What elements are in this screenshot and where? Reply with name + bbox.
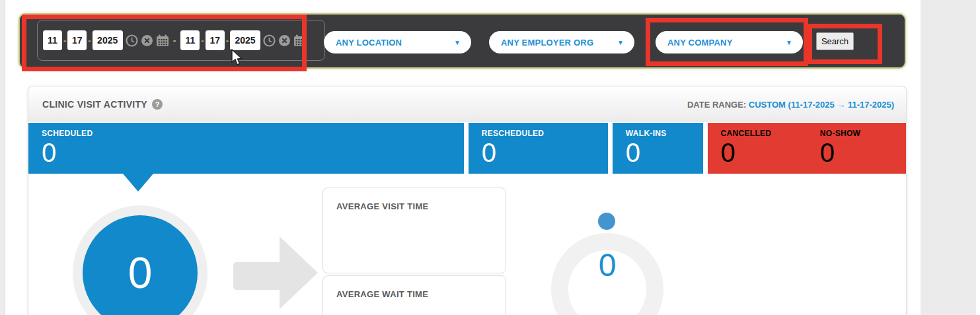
panel-header: CLINIC VISIT ACTIVITY ? DATE RANGE: CUST… [28, 87, 906, 122]
start-month-input[interactable] [43, 30, 62, 50]
stat-walkins: WALK-INS 0 [613, 123, 703, 174]
end-year-input[interactable] [230, 30, 260, 50]
chevron-down-icon: ▼ [454, 39, 461, 46]
start-year-input[interactable] [93, 30, 123, 50]
chevron-down-icon: ▼ [786, 39, 792, 46]
start-calendar-icon[interactable] [156, 34, 169, 47]
date-dash: - [226, 36, 229, 46]
search-button[interactable]: Search [816, 32, 854, 50]
stat-noshow-value: 0 [820, 139, 906, 166]
average-visit-time-box: AVERAGE VISIT TIME [322, 188, 506, 273]
date-dash: - [63, 36, 66, 46]
end-calendar-icon[interactable] [293, 34, 306, 47]
gauge-progress-dot [598, 213, 615, 230]
stat-scheduled-value: 0 [42, 139, 464, 166]
end-clear-icon[interactable] [278, 34, 291, 47]
panel-title: CLINIC VISIT ACTIVITY [42, 99, 147, 110]
scheduled-pointer-triangle [123, 174, 153, 192]
location-dropdown-label: ANY LOCATION [336, 38, 402, 48]
chevron-down-icon: ▼ [617, 39, 624, 46]
stat-cancelled-noshow-group: CANCELLED 0 NO-SHOW 0 [708, 123, 906, 174]
stat-rescheduled-value: 0 [482, 139, 608, 166]
gauge-value: 0 [551, 247, 663, 283]
stat-walkins-value: 0 [626, 139, 703, 166]
end-time-clock-icon[interactable] [263, 34, 276, 47]
filter-toolbar: - - - - - ANY LOCATION ▼ ANY [19, 13, 906, 69]
stat-scheduled: SCHEDULED 0 [28, 123, 464, 174]
page-left-gutter [0, 0, 5, 315]
stat-noshow: NO-SHOW 0 [807, 123, 906, 174]
stat-rescheduled: RESCHEDULED 0 [469, 123, 608, 174]
employer-org-dropdown[interactable]: ANY EMPLOYER ORG ▼ [489, 31, 634, 53]
stat-walkins-label: WALK-INS [626, 129, 703, 138]
stat-cancelled: CANCELLED 0 [708, 123, 807, 174]
clinic-visit-activity-panel: CLINIC VISIT ACTIVITY ? DATE RANGE: CUST… [28, 86, 907, 315]
start-time-clock-icon[interactable] [126, 34, 138, 47]
page-right-gutter [921, 0, 976, 315]
company-dropdown-label: ANY COMPANY [667, 38, 733, 48]
start-day-input[interactable] [67, 30, 87, 50]
end-day-input[interactable] [206, 30, 225, 50]
date-range-label: DATE RANGE: [687, 100, 746, 110]
company-dropdown[interactable]: ANY COMPANY ▼ [656, 31, 803, 53]
location-dropdown[interactable]: ANY LOCATION ▼ [324, 31, 471, 53]
range-separator: - [173, 35, 176, 46]
start-clear-icon[interactable] [141, 34, 153, 47]
date-dash: - [201, 36, 204, 46]
date-range-value-link[interactable]: CUSTOM (11-17-2025 → 11-17-2025) [749, 100, 894, 110]
average-wait-time-label: AVERAGE WAIT TIME [336, 289, 492, 299]
flow-arrow-head-icon [280, 236, 318, 309]
stat-scheduled-label: SCHEDULED [42, 129, 464, 138]
date-range-group: - - - - - [37, 20, 325, 61]
stat-noshow-label: NO-SHOW [820, 129, 906, 138]
help-icon[interactable]: ? [152, 99, 163, 110]
stat-cancelled-value: 0 [721, 139, 807, 166]
date-dash: - [88, 36, 91, 46]
stat-cancelled-label: CANCELLED [721, 129, 807, 138]
stat-rescheduled-label: RESCHEDULED [482, 129, 608, 138]
average-wait-time-box: AVERAGE WAIT TIME [322, 275, 506, 315]
average-visit-time-label: AVERAGE VISIT TIME [336, 201, 492, 211]
end-month-input[interactable] [180, 30, 200, 50]
flow-arrow-icon [233, 262, 282, 290]
visit-stats-bar: SCHEDULED 0 RESCHEDULED 0 WALK-INS 0 CAN… [28, 123, 906, 174]
employer-org-dropdown-label: ANY EMPLOYER ORG [501, 38, 593, 48]
date-range-summary: DATE RANGE: CUSTOM (11-17-2025 → 11-17-2… [687, 100, 894, 110]
